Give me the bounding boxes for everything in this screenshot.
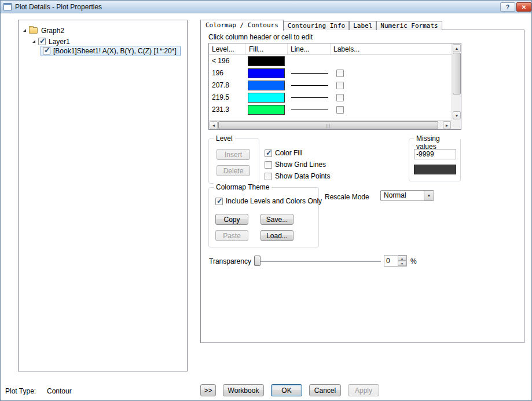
scroll-down-icon[interactable]: ▼ [453, 111, 461, 119]
fill-swatch[interactable] [248, 56, 285, 66]
label-checkbox[interactable] [336, 82, 344, 89]
expand-arrow-icon[interactable] [23, 29, 26, 32]
colormap-table: Level... Fill... Line... Labels... < 196… [208, 43, 461, 130]
more-options-button[interactable]: >> [200, 384, 216, 396]
help-button[interactable]: ? [500, 2, 515, 12]
plot-tree-panel: Graph2 Layer1 [Book1]Sheet1! A(X), B(Y),… [18, 20, 188, 371]
level-value[interactable]: 207.8 [212, 79, 229, 92]
table-row[interactable]: 219.5 [209, 92, 452, 104]
include-levels-option[interactable]: Include Levels and Colors Only [215, 197, 322, 205]
rescale-mode-label: Rescale Mode [325, 193, 369, 201]
label-checkbox[interactable] [336, 94, 344, 101]
show-grid-lines-option[interactable]: Show Grid Lines [265, 161, 326, 169]
selected-tree-item[interactable]: [Book1]Sheet1! A(X), B(Y), C(Z) [1*:20*] [41, 46, 181, 56]
expand-arrow-icon[interactable] [32, 40, 35, 43]
load-button[interactable]: Load... [261, 230, 293, 241]
ok-button[interactable]: OK [271, 384, 302, 396]
tab-colormap-contours[interactable]: Colormap / Contours [200, 20, 284, 31]
tree-item-layer1[interactable]: Layer1 [32, 37, 70, 46]
layer-checkbox[interactable] [38, 38, 46, 45]
colormap-contours-panel: Click column header or cell to edit Leve… [200, 30, 524, 343]
fill-swatch[interactable] [248, 68, 285, 78]
table-row[interactable]: < 196 [209, 55, 452, 67]
fill-swatch[interactable] [248, 81, 285, 90]
label-checkbox[interactable] [336, 106, 344, 114]
transparency-unit: % [410, 257, 417, 265]
tree-item-graph2[interactable]: Graph2 [23, 25, 64, 35]
tree-item-plot[interactable]: [Book1]Sheet1! A(X), B(Y), C(Z) [1*:20*] [41, 46, 181, 56]
spin-up-icon[interactable]: ▲ [398, 256, 406, 261]
scroll-up-icon[interactable]: ▲ [453, 44, 461, 52]
colormap-theme-group: Colormap Theme Include Levels and Colors… [208, 187, 319, 247]
line-style-sample[interactable] [291, 97, 328, 98]
tab-numeric-formats[interactable]: Numeric Formats [376, 21, 442, 30]
level-value[interactable]: 196 [212, 67, 223, 79]
column-header-line[interactable]: Line... [288, 43, 331, 54]
include-levels-label: Include Levels and Colors Only [226, 197, 322, 205]
transparency-value[interactable]: 0 [386, 256, 390, 266]
tab-label[interactable]: Label [349, 21, 376, 30]
line-style-sample[interactable] [291, 110, 328, 110]
tree-item-label: Graph2 [41, 27, 64, 35]
table-row[interactable]: 231.3 [209, 104, 452, 116]
workbook-button[interactable]: Workbook [223, 384, 264, 396]
show-data-points-checkbox[interactable] [265, 173, 272, 180]
horizontal-scroll-thumb[interactable]: ||| [218, 121, 438, 129]
vertical-scroll-thumb[interactable] [453, 53, 461, 94]
transparency-slider-track[interactable] [258, 261, 381, 262]
paste-button[interactable]: Paste [215, 230, 248, 241]
titlebar[interactable]: Plot Details - Plot Properties ? ✕ [1, 1, 531, 13]
window-title: Plot Details - Plot Properties [15, 3, 102, 11]
save-button[interactable]: Save... [261, 214, 293, 225]
dialog-icon [3, 3, 12, 10]
line-style-sample[interactable] [291, 73, 328, 74]
color-fill-option[interactable]: Color Fill [265, 149, 302, 157]
tree-item-label: Layer1 [49, 38, 70, 46]
transparency-spinner: 0 ▲ ▼ [384, 255, 407, 267]
level-value[interactable]: 219.5 [212, 92, 229, 104]
missing-values-input[interactable] [414, 149, 456, 159]
include-levels-checkbox[interactable] [215, 198, 223, 205]
copy-button[interactable]: Copy [215, 214, 248, 225]
edit-hint-text: Click column header or cell to edit [208, 33, 313, 41]
transparency-slider-thumb[interactable] [254, 256, 261, 266]
apply-button[interactable]: Apply [348, 384, 379, 396]
missing-values-title: Missing values [414, 134, 460, 151]
rescale-mode-dropdown[interactable]: Normal ▼ [380, 190, 434, 201]
delete-button[interactable]: Delete [217, 165, 250, 176]
scroll-left-icon[interactable]: ◄ [210, 121, 218, 129]
fill-swatch[interactable] [248, 93, 285, 103]
show-grid-lines-checkbox[interactable] [265, 161, 272, 169]
plot-checkbox[interactable] [43, 47, 50, 54]
tree-item-label: [Book1]Sheet1! A(X), B(Y), C(Z) [1*:20*] [53, 47, 177, 55]
cancel-button[interactable]: Cancel [309, 384, 341, 396]
table-row[interactable]: 196 [209, 67, 452, 79]
plot-type-value: Contour [47, 387, 72, 395]
level-value[interactable]: 231.3 [212, 104, 229, 116]
tab-contouring-info[interactable]: Contouring Info [284, 21, 349, 30]
horizontal-scrollbar[interactable]: ◄ ||| ► [209, 120, 452, 129]
plot-details-dialog: Plot Details - Plot Properties ? ✕ Graph… [0, 0, 532, 401]
color-fill-checkbox[interactable] [265, 150, 272, 157]
line-style-sample[interactable] [291, 85, 328, 86]
chevron-down-icon[interactable]: ▼ [424, 191, 434, 200]
label-checkbox[interactable] [336, 70, 344, 77]
column-header-fill[interactable]: Fill... [246, 43, 288, 54]
show-data-points-option[interactable]: Show Data Points [265, 172, 330, 180]
level-value[interactable]: < 196 [212, 55, 229, 67]
close-button[interactable]: ✕ [516, 2, 531, 12]
show-grid-lines-label: Show Grid Lines [275, 161, 326, 169]
table-header: Level... Fill... Line... Labels... [209, 43, 452, 55]
vertical-scrollbar[interactable]: ▲ ▼ [452, 43, 461, 120]
color-fill-label: Color Fill [275, 149, 302, 157]
scroll-right-icon[interactable]: ► [443, 121, 451, 129]
rescale-mode-value: Normal [384, 191, 406, 200]
spin-down-icon[interactable]: ▼ [398, 261, 406, 266]
insert-button[interactable]: Insert [217, 149, 250, 160]
missing-values-color-button[interactable] [414, 165, 456, 174]
table-row[interactable]: 207.8 [209, 79, 452, 92]
column-header-labels[interactable]: Labels... [331, 43, 452, 54]
level-group-title: Level [214, 134, 235, 143]
column-header-level[interactable]: Level... [209, 43, 246, 54]
fill-swatch[interactable] [248, 105, 285, 115]
